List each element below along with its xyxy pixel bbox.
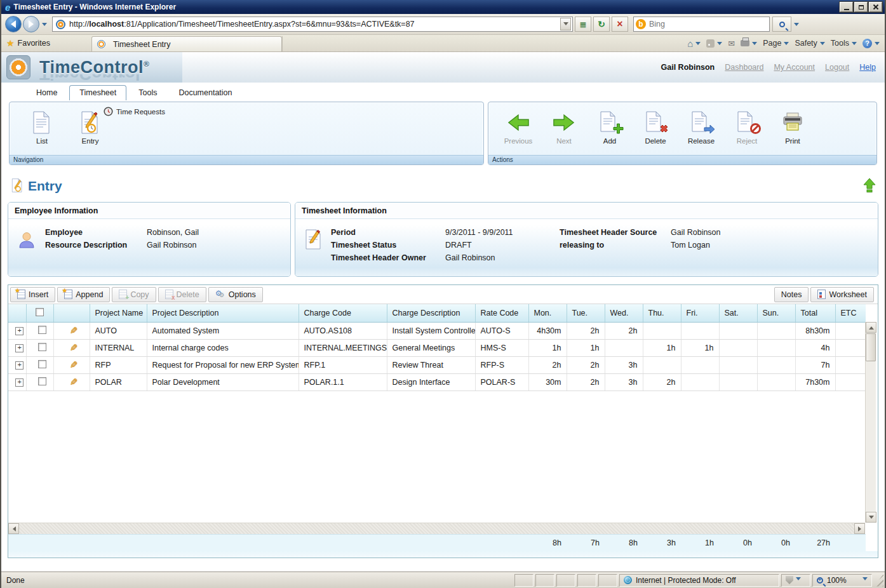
reject-button[interactable]: Reject (728, 111, 765, 145)
protected-mode-pane[interactable] (781, 574, 810, 587)
scroll-down-button[interactable] (866, 512, 876, 523)
expand-row-button[interactable] (15, 327, 23, 335)
cell-etc[interactable] (835, 322, 866, 339)
dashboard-link[interactable]: Dashboard (725, 63, 763, 72)
print-button[interactable]: Print (774, 111, 811, 145)
cell-sat[interactable] (719, 322, 757, 339)
cell-thu[interactable] (643, 356, 681, 373)
cell-project[interactable]: POLAR (90, 373, 147, 391)
page-menu[interactable]: Page (763, 39, 789, 48)
browser-tab[interactable]: Timesheet Entry (91, 36, 282, 51)
col-sun[interactable]: Sun. (757, 304, 795, 322)
cell-tue[interactable]: 2h (567, 373, 605, 391)
forward-button[interactable] (23, 16, 39, 32)
cell-sun[interactable] (757, 373, 795, 391)
cell-sat[interactable] (719, 339, 757, 356)
delete-button[interactable]: Delete (637, 111, 674, 145)
cell-project[interactable]: AUTO (90, 322, 147, 339)
expand-row-button[interactable] (15, 344, 23, 352)
cell-rate[interactable]: HMS-S (475, 339, 528, 356)
help-link[interactable]: Help (859, 63, 876, 72)
home-button[interactable]: ⌂ (687, 38, 701, 49)
edit-row-icon[interactable]: ✎ (70, 325, 78, 337)
search-options-dropdown[interactable] (794, 23, 799, 29)
cell-charge-desc[interactable]: Review Threat (387, 356, 475, 373)
cell-project[interactable]: RFP (90, 356, 147, 373)
cell-project-desc[interactable]: Request for Proposal for new ERP System (147, 356, 299, 373)
cell-tue[interactable]: 2h (567, 322, 605, 339)
col-wed[interactable]: Wed. (605, 304, 643, 322)
expand-row-button[interactable] (15, 378, 23, 387)
add-button[interactable]: Add (591, 111, 628, 145)
url-field[interactable]: http://localhost:81/Application/Timeshee… (52, 17, 573, 32)
cell-project-desc[interactable]: Automated System (147, 322, 299, 339)
cell-rate[interactable]: RFP-S (475, 356, 528, 373)
next-button[interactable]: Next (546, 111, 582, 145)
collapse-top-button[interactable] (863, 178, 876, 195)
list-button[interactable]: List (23, 111, 60, 145)
vertical-scrollbar[interactable] (865, 322, 876, 523)
col-total[interactable]: Total (795, 304, 835, 322)
col-project-description[interactable]: Project Description (147, 304, 299, 322)
row-delete-button[interactable]: xDelete (158, 287, 206, 302)
cell-charge-desc[interactable]: General Meetings (387, 339, 475, 356)
cell-etc[interactable] (835, 356, 866, 373)
cell-fri[interactable] (681, 322, 719, 339)
close-button[interactable] (869, 2, 882, 12)
url-text[interactable]: http://localhost:81/Application/Timeshee… (69, 20, 560, 29)
col-tue[interactable]: Tue. (567, 304, 605, 322)
previous-button[interactable]: Previous (500, 111, 537, 145)
edit-row-icon[interactable]: ✎ (70, 342, 78, 354)
my-account-link[interactable]: My Account (774, 63, 815, 72)
cell-tue[interactable]: 2h (567, 356, 605, 373)
logout-link[interactable]: Logout (825, 63, 849, 72)
cell-etc[interactable] (835, 339, 866, 356)
cell-thu[interactable]: 1h (643, 339, 681, 356)
col-charge-code[interactable]: Charge Code (299, 304, 387, 322)
col-charge-description[interactable]: Charge Description (387, 304, 475, 322)
worksheet-button[interactable]: Worksheet (810, 287, 874, 302)
horizontal-scrollbar[interactable] (8, 523, 865, 534)
tab-documentation[interactable]: Documentation (169, 86, 241, 100)
edit-row-icon[interactable]: ✎ (70, 377, 78, 388)
cell-sun[interactable] (757, 356, 795, 373)
cell-mon[interactable]: 30m (528, 373, 567, 391)
cell-etc[interactable] (835, 373, 866, 391)
scroll-up-button[interactable] (866, 322, 876, 333)
options-button[interactable]: ⚙⚙Options (208, 287, 263, 302)
tab-home[interactable]: Home (27, 86, 67, 100)
cell-wed[interactable]: 3h (605, 356, 643, 373)
row-checkbox[interactable] (38, 326, 46, 334)
cell-mon[interactable]: 2h (528, 356, 567, 373)
resize-grip[interactable] (875, 574, 883, 587)
tab-tools[interactable]: Tools (129, 86, 166, 100)
notes-button[interactable]: Notes (774, 287, 809, 302)
col-etc[interactable]: ETC (835, 304, 866, 322)
cell-project[interactable]: INTERNAL (90, 339, 147, 356)
cell-charge[interactable]: POLAR.1.1 (299, 373, 387, 391)
cell-wed[interactable]: 3h (605, 373, 643, 391)
stop-button[interactable]: × (612, 17, 628, 32)
search-button[interactable] (772, 17, 791, 32)
expand-row-button[interactable] (15, 361, 23, 370)
print-button-chrome[interactable] (741, 39, 757, 48)
cell-sat[interactable] (719, 356, 757, 373)
cell-project-desc[interactable]: Polar Development (147, 373, 299, 391)
release-button[interactable]: Release (683, 111, 720, 145)
minimize-button[interactable] (840, 2, 853, 12)
col-thu[interactable]: Thu. (643, 304, 681, 322)
col-sat[interactable]: Sat. (719, 304, 757, 322)
cell-mon[interactable]: 1h (528, 339, 567, 356)
cell-thu[interactable]: 2h (643, 373, 681, 391)
cell-charge[interactable]: AUTO.AS108 (299, 322, 387, 339)
recent-pages-dropdown[interactable] (42, 23, 47, 29)
back-button[interactable] (5, 16, 22, 32)
search-box[interactable]: b (633, 17, 770, 32)
cell-wed[interactable] (605, 339, 643, 356)
help-button[interactable]: ? (863, 39, 880, 48)
col-project-name[interactable]: Project Name (90, 304, 147, 322)
new-tab-stub[interactable] (282, 36, 300, 51)
cell-fri[interactable] (681, 356, 719, 373)
cell-sun[interactable] (757, 339, 795, 356)
cell-rate[interactable]: POLAR-S (475, 373, 528, 391)
